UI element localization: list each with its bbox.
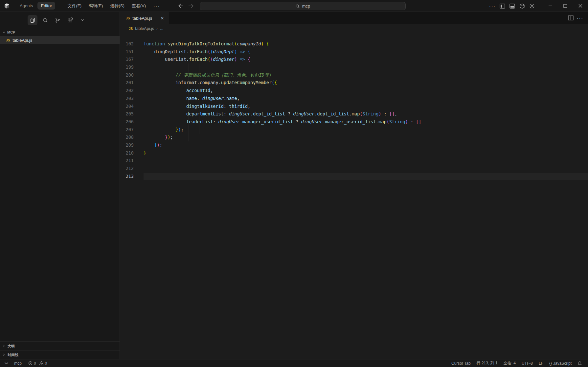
code-line-204[interactable]: 204 dingtalkUserId: thirdId,: [120, 103, 588, 110]
forward-button[interactable]: [188, 4, 194, 8]
line-number: 212: [120, 165, 144, 173]
code-line-206[interactable]: 206 leaderList: dingUser.manager_userid_…: [120, 118, 588, 126]
editor-toggle[interactable]: Editor: [37, 2, 55, 10]
chevron-right-icon: [2, 344, 6, 348]
line-content: dingDeptList.forEach((dingDept) => {: [144, 48, 588, 56]
explorer-icon[interactable]: [28, 15, 37, 25]
more-views-chevron-icon[interactable]: [78, 15, 87, 25]
maximize-button[interactable]: [558, 0, 573, 12]
titlebar-more-icon[interactable]: ···: [487, 1, 497, 11]
chevron-down-icon: [2, 30, 6, 34]
command-center-search[interactable]: mcp: [200, 2, 406, 10]
extensions-icon[interactable]: [65, 15, 75, 25]
line-number: 151: [120, 48, 144, 56]
warning-count: 0: [45, 361, 47, 366]
code-editor[interactable]: 102function syncDingTalkOrgToInformat(co…: [120, 33, 588, 359]
tab-tableApi.js[interactable]: JStableApi.js✕: [120, 12, 169, 24]
line-number: 199: [120, 63, 144, 71]
code-line-200[interactable]: 200 // 更新团队成员信息（部门、角色、钉钉ID等）: [120, 71, 588, 79]
settings-gear-icon[interactable]: [527, 1, 537, 11]
code-line-210[interactable]: 210}: [120, 149, 588, 157]
tab-label: tableApi.js: [132, 16, 152, 21]
js-file-icon: JS: [129, 27, 133, 31]
line-content: [144, 173, 588, 181]
editor-group: JStableApi.js✕ ··· JS tableApi.js › ...: [120, 12, 588, 359]
status-label: Cursor Tab: [451, 361, 470, 366]
code-line-151[interactable]: 151 dingDeptList.forEach((dingDept) => {: [120, 48, 588, 56]
chevron-right-icon: ›: [156, 26, 158, 31]
problems-indicator[interactable]: 0 0: [26, 360, 50, 367]
code-line-211[interactable]: 211: [120, 157, 588, 165]
status-encoding[interactable]: UTF-8: [519, 360, 535, 367]
code-line-212[interactable]: 212: [120, 165, 588, 173]
line-number: 209: [120, 141, 144, 149]
line-number: 206: [120, 118, 144, 126]
cursor-cube-icon[interactable]: [517, 1, 527, 11]
breadcrumb-tail[interactable]: ...: [160, 26, 163, 31]
code-line-201[interactable]: 201 informat.company.updateCompanyMember…: [120, 79, 588, 87]
line-content: departmentList: dingUser.dept_id_list ? …: [144, 110, 588, 118]
line-number: 211: [120, 157, 144, 165]
warning-icon: [39, 361, 44, 365]
code-line-167[interactable]: 167 userList.forEach((dingUser) => {: [120, 56, 588, 63]
code-line-203[interactable]: 203 name: dingUser.name,: [120, 95, 588, 103]
breadcrumb[interactable]: JS tableApi.js › ...: [120, 24, 588, 33]
status-language[interactable]: {}JavaScript: [547, 360, 574, 367]
file-name: tableApi.js: [12, 38, 32, 43]
toggle-primary-sidebar-icon[interactable]: [497, 1, 507, 11]
js-file-icon: JS: [6, 38, 10, 42]
code-line-209[interactable]: 209 });: [120, 141, 588, 149]
line-number: 205: [120, 110, 144, 118]
line-content: [144, 157, 588, 165]
minimize-button[interactable]: [543, 0, 558, 12]
code-line-208[interactable]: 208 });: [120, 134, 588, 141]
line-number: 202: [120, 87, 144, 95]
search-view-icon[interactable]: [40, 15, 50, 25]
line-number: 203: [120, 95, 144, 103]
titlebar: Agents Editor 文件(F)编辑(E)选择(S)查看(V) ··· m…: [0, 0, 588, 12]
agents-toggle[interactable]: Agents: [16, 2, 36, 10]
status-indentation[interactable]: 空格: 4: [501, 360, 518, 367]
sidebar-section-时间线[interactable]: 时间线: [0, 350, 120, 359]
explorer-section-mcp[interactable]: MCP: [0, 28, 120, 36]
tab-close-icon[interactable]: ✕: [159, 15, 166, 21]
menubar-more-button[interactable]: ···: [151, 2, 163, 10]
code-line-213[interactable]: 213: [120, 173, 588, 181]
editor-more-actions-icon[interactable]: ···: [576, 15, 585, 21]
toggle-panel-icon[interactable]: [507, 1, 517, 11]
menu-item-3[interactable]: 查看(V): [128, 2, 149, 10]
close-button[interactable]: [573, 0, 588, 12]
breadcrumb-file[interactable]: tableApi.js: [135, 26, 154, 31]
code-line-207[interactable]: 207 });: [120, 126, 588, 134]
menu-item-2[interactable]: 选择(S): [106, 2, 128, 10]
code-line-199[interactable]: 199: [120, 63, 588, 71]
code-line-202[interactable]: 202 accountId,: [120, 87, 588, 95]
status-cursor-position[interactable]: 行 213, 列 1: [474, 360, 500, 367]
status-label: UTF-8: [522, 361, 533, 366]
sidebar-section-大纲[interactable]: 大纲: [0, 341, 120, 350]
status-label: JavaScript: [553, 361, 572, 366]
code-line-102[interactable]: 102function syncDingTalkOrgToInformat(co…: [120, 40, 588, 48]
line-content: [144, 63, 588, 71]
remote-indicator[interactable]: ><: [2, 360, 10, 367]
status-cursor-tab[interactable]: Cursor Tab: [449, 360, 473, 367]
section-title: MCP: [7, 30, 15, 34]
line-content: dingtalkUserId: thirdId,: [144, 103, 588, 110]
line-number: 201: [120, 79, 144, 87]
workspace-label[interactable]: mcp: [11, 360, 24, 367]
source-control-icon[interactable]: [53, 15, 62, 25]
menu-item-1[interactable]: 编辑(E): [85, 2, 106, 10]
status-label: 空格: 4: [504, 360, 516, 366]
chevron-right-icon: [2, 353, 6, 357]
split-editor-icon[interactable]: [568, 15, 574, 20]
status-eol[interactable]: LF: [536, 360, 546, 367]
file-item-tableApi.js[interactable]: JStableApi.js: [0, 36, 120, 44]
tab-bar: JStableApi.js✕ ···: [120, 12, 588, 24]
notifications-bell-icon[interactable]: [575, 360, 585, 367]
line-content: accountId,: [144, 87, 588, 95]
back-button[interactable]: [178, 4, 184, 8]
braces-icon: {}: [549, 361, 552, 366]
code-line-205[interactable]: 205 departmentList: dingUser.dept_id_lis…: [120, 110, 588, 118]
line-content: [144, 165, 588, 173]
menu-item-0[interactable]: 文件(F): [64, 2, 85, 10]
